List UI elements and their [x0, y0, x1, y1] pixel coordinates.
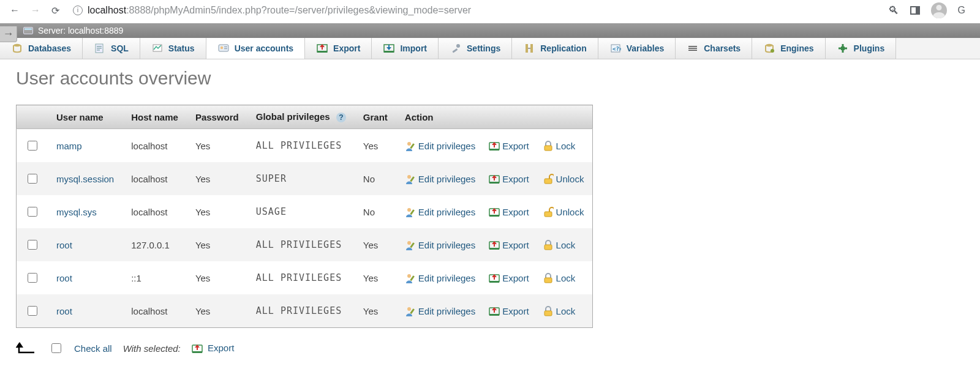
databases-icon [11, 43, 23, 54]
password-cell: Yes [187, 228, 247, 261]
edit-privileges-button[interactable]: Edit privileges [405, 140, 475, 152]
svg-rect-37 [489, 182, 499, 184]
help-icon[interactable]: ? [336, 113, 346, 122]
row-checkbox[interactable] [28, 240, 37, 250]
edit-privileges-button[interactable]: Edit privileges [405, 206, 475, 218]
svg-marker-15 [386, 45, 391, 50]
tab-charsets[interactable]: Charsets [676, 38, 752, 59]
zoom-icon[interactable]: 🔍︎ [888, 4, 899, 17]
profile-avatar-icon[interactable] [931, 2, 947, 18]
row-checkbox[interactable] [28, 141, 37, 151]
check-all-link[interactable]: Check all [74, 343, 112, 354]
tab-variables[interactable]: <?>Variables [598, 38, 676, 59]
tab-useraccounts[interactable]: User accounts [206, 38, 305, 59]
site-info-icon[interactable]: i [73, 6, 83, 15]
content: User accounts overview User name Host na… [0, 59, 980, 373]
export-user-button[interactable]: Export [489, 272, 529, 284]
side-panel-icon[interactable] [910, 6, 920, 15]
lock-user-button[interactable]: Lock [543, 239, 576, 251]
unlock-icon [543, 206, 554, 218]
user-link[interactable]: root [56, 240, 72, 250]
edit-privileges-button[interactable]: Edit privileges [405, 173, 475, 185]
edit-privileges-icon [405, 140, 416, 152]
tab-label: User accounts [235, 43, 293, 53]
password-cell: Yes [187, 294, 247, 328]
export-icon [316, 43, 328, 54]
with-selected-label: With selected: [123, 343, 181, 354]
users-table: User name Host name Password Global priv… [16, 105, 593, 328]
tab-settings[interactable]: Settings [439, 38, 512, 59]
server-bar: Server: localhost:8889 [0, 23, 980, 38]
tab-engines[interactable]: Engines [752, 38, 825, 59]
col-checkbox [17, 105, 48, 129]
col-username: User name [48, 105, 123, 129]
row-checkbox[interactable] [28, 174, 37, 184]
check-all-checkbox[interactable] [51, 343, 61, 353]
edit-privileges-button[interactable]: Edit privileges [405, 239, 475, 251]
tab-status[interactable]: Status [140, 38, 206, 59]
svg-rect-22 [688, 46, 697, 47]
profile-initial: G [958, 5, 965, 16]
svg-point-58 [407, 307, 411, 311]
export-user-button[interactable]: Export [489, 173, 529, 185]
export-icon [489, 206, 500, 218]
table-row: mysql.sessionlocalhostYesSUPERNo Edit pr… [17, 162, 593, 195]
unlock-user-button[interactable]: Unlock [543, 206, 584, 218]
edit-privileges-icon [405, 305, 416, 317]
tab-sql[interactable]: SQL [83, 38, 140, 59]
edit-privileges-icon [405, 206, 416, 218]
tab-import[interactable]: Import [372, 38, 439, 59]
edit-privileges-button[interactable]: Edit privileges [405, 272, 475, 284]
export-user-button[interactable]: Export [489, 206, 529, 218]
unlock-icon [543, 173, 554, 185]
svg-rect-23 [688, 48, 697, 49]
lock-user-button[interactable]: Lock [543, 305, 576, 317]
lock-icon [543, 305, 554, 317]
row-checkbox[interactable] [28, 207, 37, 217]
export-user-button[interactable]: Export [489, 239, 529, 251]
export-user-button[interactable]: Export [489, 140, 529, 152]
user-link[interactable]: root [56, 273, 72, 283]
nav-reload-button[interactable]: ⟳ [51, 5, 59, 17]
svg-rect-2 [97, 46, 102, 47]
lock-user-button[interactable]: Lock [543, 272, 576, 284]
lock-icon [543, 140, 554, 152]
bulk-export-button[interactable]: Export [192, 343, 235, 355]
row-checkbox[interactable] [28, 273, 37, 283]
edit-privileges-button[interactable]: Edit privileges [405, 305, 475, 317]
user-link[interactable]: mysql.sys [56, 207, 97, 217]
table-row: rootlocalhostYesALL PRIVILEGESYes Edit p… [17, 294, 593, 328]
svg-rect-4 [97, 50, 100, 51]
row-checkbox[interactable] [28, 306, 37, 316]
browser-chrome: ← → ⟳ i localhost:8888/phpMyAdmin5/index… [0, 0, 980, 23]
user-link[interactable]: mysql.session [56, 174, 114, 184]
grant-cell: Yes [355, 228, 396, 261]
svg-rect-14 [384, 51, 394, 53]
sidebar-expand-button[interactable]: → [0, 26, 17, 42]
svg-point-34 [407, 175, 411, 179]
svg-point-17 [456, 44, 460, 48]
host-cell: localhost [123, 195, 187, 228]
import-icon [383, 43, 395, 54]
user-link[interactable]: mamp [56, 141, 82, 151]
svg-rect-55 [489, 281, 499, 283]
privileges-cell: ALL PRIVILEGES [247, 228, 355, 261]
export-user-button[interactable]: Export [489, 305, 529, 317]
user-link[interactable]: root [56, 306, 72, 316]
svg-rect-57 [545, 278, 552, 283]
nav-forward-button[interactable]: → [31, 5, 40, 16]
tab-export[interactable]: Export [305, 38, 372, 59]
col-grant: Grant [355, 105, 396, 129]
svg-rect-24 [688, 50, 697, 51]
tab-replication[interactable]: Replication [512, 38, 598, 59]
svg-point-28 [407, 142, 411, 146]
lock-user-button[interactable]: Lock [543, 140, 576, 152]
nav-back-button[interactable]: ← [10, 5, 20, 16]
unlock-user-button[interactable]: Unlock [543, 173, 584, 185]
url-bar[interactable]: i localhost:8888/phpMyAdmin5/index.php?r… [70, 5, 877, 16]
host-cell: localhost [123, 129, 187, 163]
tab-plugins[interactable]: Plugins [826, 38, 897, 59]
host-cell: 127.0.0.1 [123, 228, 187, 261]
grant-cell: No [355, 162, 396, 195]
svg-rect-51 [545, 245, 552, 250]
